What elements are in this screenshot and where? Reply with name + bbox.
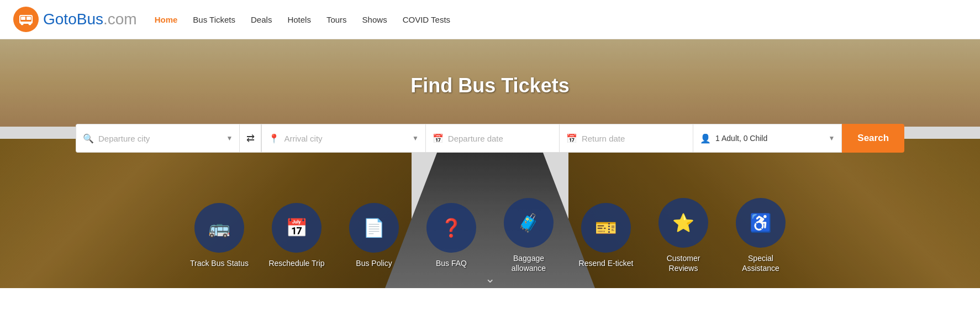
logo-icon <box>13 7 39 32</box>
action-reschedule[interactable]: 📅 Reschedule Trip <box>264 203 330 268</box>
action-track-bus[interactable]: 🚌 Track Bus Status <box>186 203 252 268</box>
nav-item-home[interactable]: Home <box>155 15 178 24</box>
nav-item-tours[interactable]: Tours <box>326 15 347 24</box>
passengers-value: 1 Adult, 0 Child <box>715 134 824 143</box>
hero-title: Find Bus Tickets <box>410 74 569 97</box>
special-assistance-circle: ♿ <box>736 198 786 248</box>
nav-item-bus-tickets[interactable]: Bus Tickets <box>193 15 235 24</box>
track-bus-label: Track Bus Status <box>190 258 249 268</box>
action-bus-policy[interactable]: 📄 Bus Policy <box>341 203 407 268</box>
resend-eticket-label: Resend E-ticket <box>579 258 634 268</box>
nav-item-deals[interactable]: Deals <box>251 15 272 24</box>
action-special-assistance[interactable]: ♿ SpecialAssistance <box>728 198 794 273</box>
svg-point-2 <box>21 23 24 25</box>
customer-reviews-label: CustomerReviews <box>667 253 700 273</box>
departure-date-placeholder: Departure date <box>448 134 552 143</box>
resend-eticket-circle: 🎫 <box>581 203 631 253</box>
reschedule-circle: 📅 <box>272 203 322 253</box>
bus-faq-label: Bus FAQ <box>436 258 467 268</box>
search-bar: 🔍 Departure city ▼ ⇄ 📍 Arrival city ▼ 📅 … <box>76 124 904 153</box>
baggage-circle: 🧳 <box>504 198 554 248</box>
special-assistance-label: SpecialAssistance <box>742 253 779 273</box>
svg-rect-4 <box>21 17 25 20</box>
action-customer-reviews[interactable]: ⭐ CustomerReviews <box>650 198 716 273</box>
hero-section: Find Bus Tickets 🔍 Departure city ▼ ⇄ 📍 … <box>0 39 980 288</box>
return-date-placeholder: Return date <box>582 134 686 143</box>
svg-rect-5 <box>27 17 31 20</box>
nav-item-shows[interactable]: Shows <box>362 15 387 24</box>
bus-policy-circle: 📄 <box>349 203 399 253</box>
departure-city-placeholder: Departure city <box>98 134 222 143</box>
quick-actions-bar: 🚌 Track Bus Status 📅 Reschedule Trip 📄 B… <box>76 198 904 273</box>
action-bus-faq[interactable]: ❓ Bus FAQ <box>418 203 484 268</box>
person-icon: 👤 <box>700 133 711 144</box>
scroll-indicator: ⌄ <box>485 272 495 286</box>
arrival-city-placeholder: Arrival city <box>284 134 408 143</box>
passengers-dropdown-arrow: ▼ <box>828 134 835 142</box>
nav-item-covid[interactable]: COVID Tests <box>403 15 450 24</box>
action-resend-eticket[interactable]: 🎫 Resend E-ticket <box>573 203 639 268</box>
return-calendar-icon: 📅 <box>566 133 577 144</box>
logo[interactable]: GotoBus.com <box>13 7 137 32</box>
svg-point-3 <box>29 23 31 25</box>
departure-city-field[interactable]: 🔍 Departure city ▼ <box>76 124 239 153</box>
header: GotoBus.com Home Bus Tickets Deals Hotel… <box>0 0 980 39</box>
arrival-city-field[interactable]: 📍 Arrival city ▼ <box>261 124 425 153</box>
return-date-field[interactable]: 📅 Return date <box>559 124 693 153</box>
location-icon: 🔍 <box>83 133 94 144</box>
nav-item-hotels[interactable]: Hotels <box>287 15 311 24</box>
bus-faq-circle: ❓ <box>426 203 476 253</box>
swap-button[interactable]: ⇄ <box>239 124 261 153</box>
pin-icon: 📍 <box>268 133 280 144</box>
brand-name: GotoBus.com <box>43 11 137 28</box>
baggage-label: Baggageallowance <box>512 253 546 273</box>
departure-dropdown-arrow: ▼ <box>226 134 233 142</box>
main-nav: Home Bus Tickets Deals Hotels Tours Show… <box>155 15 450 24</box>
calendar-icon: 📅 <box>433 133 444 144</box>
passengers-field[interactable]: 👤 1 Adult, 0 Child ▼ <box>693 124 842 153</box>
arrival-dropdown-arrow: ▼ <box>412 134 419 142</box>
bus-policy-label: Bus Policy <box>356 258 392 268</box>
search-button[interactable]: Search <box>842 124 904 153</box>
action-baggage[interactable]: 🧳 Baggageallowance <box>496 198 562 273</box>
customer-reviews-circle: ⭐ <box>658 198 708 248</box>
departure-date-field[interactable]: 📅 Departure date <box>425 124 559 153</box>
track-bus-circle: 🚌 <box>194 203 244 253</box>
reschedule-label: Reschedule Trip <box>268 258 324 268</box>
